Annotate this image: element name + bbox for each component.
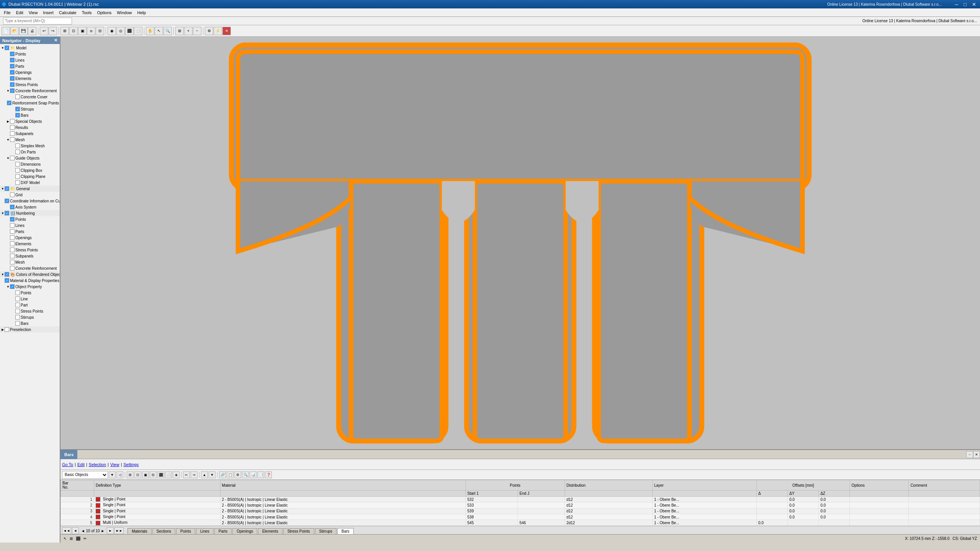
nav-expand-obj-prop[interactable]: ▼ (6, 285, 10, 289)
nav-snap-points[interactable]: ✓ Reinforcement Snap Points (0, 100, 60, 106)
menu-file[interactable]: File (2, 10, 13, 16)
nav-check-op-part[interactable] (15, 303, 20, 307)
nav-check-material[interactable]: ✓ (5, 278, 9, 283)
nav-num-stress[interactable]: Stress Points (0, 247, 60, 253)
nav-preselection[interactable]: ▶ Preselection (0, 326, 60, 333)
nav-general[interactable]: ▼ ✓ 📁 General (0, 186, 60, 192)
tb-btn12[interactable]: 🔗 (219, 471, 226, 478)
nav-check-on-parts[interactable] (15, 150, 20, 154)
bottom-panel-shrink[interactable]: − (966, 451, 973, 458)
nav-axis-system[interactable]: ✓ Axis System (0, 204, 60, 210)
close-button[interactable]: ✕ (970, 2, 978, 7)
nav-check-num-stress[interactable] (10, 248, 15, 252)
nav-mesh[interactable]: ▼ Mesh (0, 137, 60, 143)
filter-select[interactable]: Basic Objects (62, 471, 108, 479)
nav-check-model[interactable]: ✓ (5, 46, 9, 50)
nav-expand-preselection[interactable]: ▶ (1, 328, 5, 331)
selection-label[interactable]: Selection (89, 462, 106, 467)
nav-points[interactable]: ✓ Points (0, 51, 60, 57)
tb-btn7[interactable]: ◈ (173, 471, 180, 478)
tb-btn9[interactable]: ⇒ (191, 471, 198, 478)
nav-check-guide[interactable] (10, 156, 15, 160)
tb-btn15[interactable]: 🔍 (242, 471, 249, 478)
nav-expand-model[interactable]: ▼ (1, 46, 5, 50)
nav-num-mesh[interactable]: Mesh (0, 259, 60, 265)
nav-check-num-mesh[interactable] (10, 260, 15, 264)
nav-check-num-subpanels[interactable] (10, 254, 15, 258)
nav-check-cover[interactable] (15, 95, 20, 99)
tab-stirrups[interactable]: Stirrups (315, 528, 336, 534)
menu-view[interactable]: View (26, 10, 40, 16)
settings-label[interactable]: Settings (123, 462, 139, 467)
menu-edit[interactable]: Edit (14, 10, 26, 16)
filter-dropdown[interactable]: ▼ (109, 471, 116, 478)
nav-check-elements[interactable]: ✓ (10, 76, 15, 81)
tab-lines[interactable]: Lines (196, 528, 214, 534)
nav-check-op-stirrups[interactable] (15, 315, 20, 320)
nav-expand-concrete[interactable]: ▼ (6, 89, 10, 93)
nav-openings[interactable]: ✓ Openings (0, 69, 60, 75)
tb-btn16[interactable]: 📊 (250, 471, 256, 478)
nav-check-stress[interactable]: ✓ (10, 82, 15, 87)
tb-btn14[interactable]: ⚙ (234, 471, 241, 478)
menu-tools[interactable]: Tools (80, 10, 94, 16)
nav-check-num-pts[interactable]: ✓ (10, 217, 15, 222)
menu-insert[interactable]: Insert (41, 10, 56, 16)
pan-btn[interactable]: ✋ (146, 27, 154, 35)
nav-check-subpanels[interactable] (10, 131, 15, 136)
menu-options[interactable]: Options (95, 10, 114, 16)
tab-bars[interactable]: Bars (337, 528, 354, 534)
nav-expand-general[interactable]: ▼ (1, 187, 5, 191)
select-btn[interactable]: ↖ (155, 27, 163, 35)
nav-check-obj-prop[interactable]: ✓ (10, 284, 15, 289)
pagination-next[interactable]: ►► (114, 527, 124, 534)
nav-check-clipping-box[interactable] (15, 168, 20, 173)
nav-check-lines[interactable]: ✓ (10, 58, 15, 62)
nav-num-points[interactable]: ✓ Points (0, 216, 60, 222)
nav-bars-sub[interactable]: ✓ Bars (0, 112, 60, 118)
zoom-fit[interactable]: ⊞ (175, 27, 184, 35)
edit-label[interactable]: Edit (77, 462, 85, 467)
nav-check-num-lines[interactable] (10, 223, 15, 228)
nav-num-subpanels[interactable]: Subpanels (0, 253, 60, 259)
save-button[interactable]: 💾 (19, 27, 28, 35)
nav-concrete-reinforcement[interactable]: ▼ ✓ Concrete Reinforcement (0, 88, 60, 94)
nav-expand-numbering[interactable]: ▼ (1, 211, 5, 215)
nav-simplex-mesh[interactable]: Simplex Mesh (0, 143, 60, 149)
nav-op-points[interactable]: Points (0, 290, 60, 296)
view-btn5[interactable]: ⊟ (96, 27, 104, 35)
nav-check-dimensions[interactable] (15, 162, 20, 166)
nav-expand-mesh[interactable]: ▼ (6, 138, 10, 142)
nav-check-simplex[interactable] (15, 143, 20, 148)
nav-special-objects[interactable]: ▶ Special Objects (0, 118, 60, 124)
tab-materials[interactable]: Materials (127, 528, 152, 534)
tb-btn8[interactable]: ⇐ (183, 471, 190, 478)
nav-check-num-openings[interactable] (10, 235, 15, 240)
nav-numbering[interactable]: ▼ ✓ 🔢 Numbering (0, 210, 60, 216)
pagination-prev-page[interactable]: ◄ (72, 527, 79, 534)
open-button[interactable]: 📂 (10, 27, 19, 35)
menu-calculate[interactable]: Calculate (57, 10, 79, 16)
zoom-out[interactable]: − (193, 27, 201, 35)
nav-check-results[interactable] (10, 125, 15, 130)
tool-btn2[interactable]: ⚡ (214, 27, 222, 35)
goto-label[interactable]: Go To (62, 462, 73, 467)
navigator-close[interactable]: ✕ (54, 38, 57, 43)
render-btn3[interactable]: ⬛ (125, 27, 134, 35)
tab-elements[interactable]: Elements (258, 528, 283, 534)
tool-btn3[interactable]: ✕ (222, 27, 231, 35)
view-label[interactable]: View (110, 462, 119, 467)
nav-subpanels[interactable]: Subpanels (0, 130, 60, 137)
nav-material-display[interactable]: ✓ Material & Display Properties (0, 277, 60, 284)
nav-check-num-elements[interactable] (10, 241, 15, 246)
nav-lines[interactable]: ✓ Lines (0, 57, 60, 63)
nav-num-parts[interactable]: Parts (0, 228, 60, 235)
nav-op-stress[interactable]: Stress Points (0, 308, 60, 314)
nav-results[interactable]: Results (0, 124, 60, 130)
nav-object-property[interactable]: ▼ ✓ Object Property (0, 284, 60, 290)
nav-concrete-cover[interactable]: Concrete Cover (0, 94, 60, 100)
nav-check-mesh[interactable] (10, 137, 15, 142)
view-btn1[interactable]: ⊞ (60, 27, 69, 35)
viewport-canvas[interactable] (60, 37, 980, 449)
new-button[interactable]: 📄 (2, 27, 10, 35)
